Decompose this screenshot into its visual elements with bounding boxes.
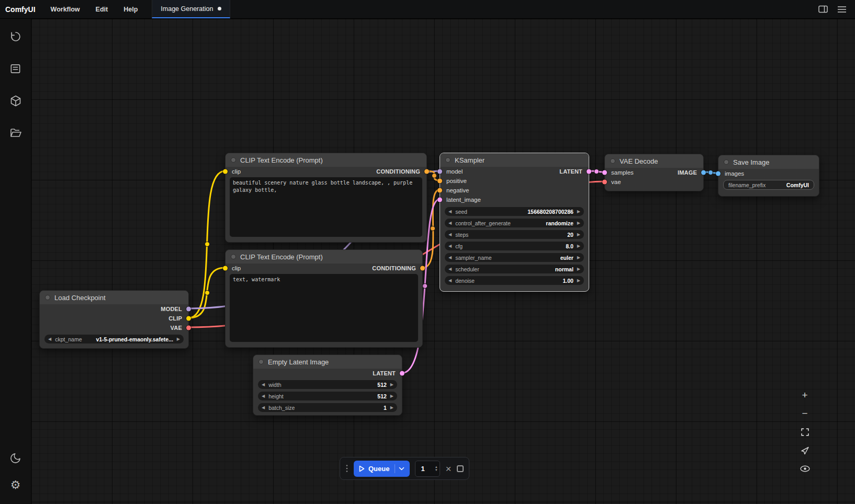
collapse-dot[interactable] (231, 254, 236, 259)
widget-increment-icon[interactable]: ▶ (577, 221, 580, 225)
prompt-textarea[interactable]: text, watermark (230, 274, 418, 342)
collapse-dot[interactable] (231, 157, 236, 163)
widget-decrement-icon[interactable]: ◀ (262, 406, 265, 410)
node-header[interactable]: Empty Latent Image (253, 355, 402, 369)
node-header[interactable]: KSampler (440, 153, 589, 167)
widget-decrement-icon[interactable]: ◀ (48, 337, 51, 341)
select-mode-button[interactable] (796, 443, 813, 457)
collapse-dot[interactable] (445, 157, 451, 163)
positive-input-dot[interactable] (437, 179, 442, 184)
output-port-label: IMAGE (678, 169, 697, 176)
zoom-out-button[interactable]: − (796, 406, 813, 421)
menu-help[interactable]: Help (116, 6, 145, 13)
sidebar-node-library-button[interactable] (0, 55, 31, 82)
zoom-in-button[interactable]: + (796, 388, 813, 403)
widget-sampler-name[interactable]: ◀ sampler_name euler ▶ (445, 253, 584, 262)
widget-control-after-generate[interactable]: ◀ control_after_generate randomize ▶ (445, 219, 584, 227)
clip-input-dot[interactable] (223, 266, 228, 271)
prompt-textarea[interactable]: beautiful scenery nature glass bottle la… (230, 177, 422, 237)
main-menu-button[interactable] (837, 6, 847, 13)
sidebar-settings-button[interactable]: ⚙ (0, 472, 31, 499)
model-port-dot[interactable] (186, 307, 191, 312)
chevron-down-icon[interactable] (399, 467, 404, 471)
menu-edit[interactable]: Edit (88, 6, 116, 13)
widget-name: steps (455, 232, 468, 238)
tab-image-generation[interactable]: Image Generation (152, 0, 230, 18)
widget-seed[interactable]: ◀ seed 156680208700286 ▶ (445, 207, 584, 216)
batch-count-input[interactable]: 1 ▴ ▾ (415, 461, 440, 477)
sidebar-model-library-button[interactable] (0, 87, 31, 114)
clip-input-dot[interactable] (223, 169, 228, 174)
node-header[interactable]: Load Checkpoint (40, 291, 188, 304)
widget-ckpt-name[interactable]: ◀ ckpt_name v1-5-pruned-emaonly.safete..… (44, 335, 184, 343)
queue-button[interactable]: Queue (354, 461, 410, 477)
negative-input-dot[interactable] (437, 188, 442, 193)
widget-increment-icon[interactable]: ▶ (577, 256, 580, 260)
node-save-image[interactable]: Save Image images filename_prefix ComfyU… (718, 155, 819, 197)
widget-denoise[interactable]: ◀ denoise 1.00 ▶ (445, 276, 584, 285)
sidebar-history-button[interactable] (0, 23, 31, 50)
interrupt-button[interactable]: × (445, 464, 451, 474)
sidebar-workflows-button[interactable] (0, 120, 31, 147)
vae-input-dot[interactable] (602, 180, 607, 185)
conditioning-output-dot[interactable] (420, 266, 425, 271)
menu-workflow[interactable]: Workflow (43, 6, 88, 13)
node-load-checkpoint[interactable]: Load Checkpoint MODEL CLIP VAE ◀ ckpt_na… (39, 290, 189, 349)
conditioning-output-dot[interactable] (424, 169, 429, 174)
image-output-dot[interactable] (701, 170, 706, 175)
fit-view-button[interactable] (796, 425, 813, 439)
collapse-dot[interactable] (258, 359, 264, 364)
stop-button[interactable] (457, 465, 464, 472)
widget-decrement-icon[interactable]: ◀ (448, 279, 452, 283)
widget-decrement-icon[interactable]: ◀ (262, 383, 265, 387)
node-header[interactable]: CLIP Text Encode (Prompt) (226, 250, 422, 264)
widget-decrement-icon[interactable]: ◀ (448, 244, 452, 248)
sidebar-theme-toggle-button[interactable] (0, 444, 31, 472)
node-header[interactable]: CLIP Text Encode (Prompt) (226, 153, 426, 167)
widget-filename-prefix[interactable]: filename_prefix ComfyUI (723, 180, 814, 190)
widget-increment-icon[interactable]: ▶ (577, 279, 580, 283)
model-input-dot[interactable] (437, 169, 442, 174)
widget-increment-icon[interactable]: ▶ (577, 233, 580, 237)
node-header[interactable]: VAE Decode (605, 154, 703, 168)
widget-increment-icon[interactable]: ▶ (390, 394, 393, 398)
collapse-dot[interactable] (45, 295, 50, 300)
collapse-dot[interactable] (610, 158, 615, 164)
widget-decrement-icon[interactable]: ◀ (448, 233, 452, 237)
panel-toggle-button[interactable] (818, 5, 828, 13)
widget-decrement-icon[interactable]: ◀ (448, 210, 452, 214)
node-clip-text-encode-positive[interactable]: CLIP Text Encode (Prompt) clip CONDITION… (225, 153, 427, 243)
widget-increment-icon[interactable]: ▶ (390, 383, 393, 387)
batch-decrement-button[interactable]: ▾ (435, 468, 437, 472)
collapse-dot[interactable] (724, 159, 729, 165)
widget-decrement-icon[interactable]: ◀ (262, 394, 265, 398)
node-empty-latent-image[interactable]: Empty Latent Image LATENT ◀ width 512 ▶ … (253, 354, 402, 416)
latent-output-dot[interactable] (587, 169, 591, 174)
widget-batch-size[interactable]: ◀ batch_size 1 ▶ (258, 403, 397, 412)
widget-increment-icon[interactable]: ▶ (577, 244, 580, 248)
node-vae-decode[interactable]: VAE Decode samples IMAGE vae (604, 154, 704, 191)
clip-port-dot[interactable] (186, 316, 191, 321)
widget-increment-icon[interactable]: ▶ (390, 406, 393, 410)
drag-handle-icon[interactable] (345, 464, 348, 473)
widget-decrement-icon[interactable]: ◀ (448, 267, 452, 271)
node-ksampler[interactable]: KSampler model LATENT positive negative … (440, 153, 589, 292)
widget-scheduler[interactable]: ◀ scheduler normal ▶ (445, 265, 584, 273)
widget-increment-icon[interactable]: ▶ (177, 337, 180, 341)
latent-output-dot[interactable] (400, 371, 404, 376)
node-clip-text-encode-negative[interactable]: CLIP Text Encode (Prompt) clip CONDITION… (225, 249, 423, 348)
vae-port-dot[interactable] (186, 326, 191, 330)
widget-decrement-icon[interactable]: ◀ (448, 256, 452, 260)
widget-increment-icon[interactable]: ▶ (577, 267, 580, 271)
latent-image-input-dot[interactable] (437, 198, 442, 202)
widget-increment-icon[interactable]: ▶ (577, 210, 580, 214)
images-input-dot[interactable] (716, 171, 721, 176)
widget-width[interactable]: ◀ width 512 ▶ (258, 380, 397, 389)
widget-decrement-icon[interactable]: ◀ (448, 221, 452, 225)
widget-height[interactable]: ◀ height 512 ▶ (258, 392, 397, 400)
node-header[interactable]: Save Image (718, 155, 819, 169)
widget-cfg[interactable]: ◀ cfg 8.0 ▶ (445, 242, 584, 250)
link-visibility-button[interactable] (796, 461, 813, 476)
samples-input-dot[interactable] (602, 170, 607, 175)
widget-steps[interactable]: ◀ steps 20 ▶ (445, 230, 584, 239)
